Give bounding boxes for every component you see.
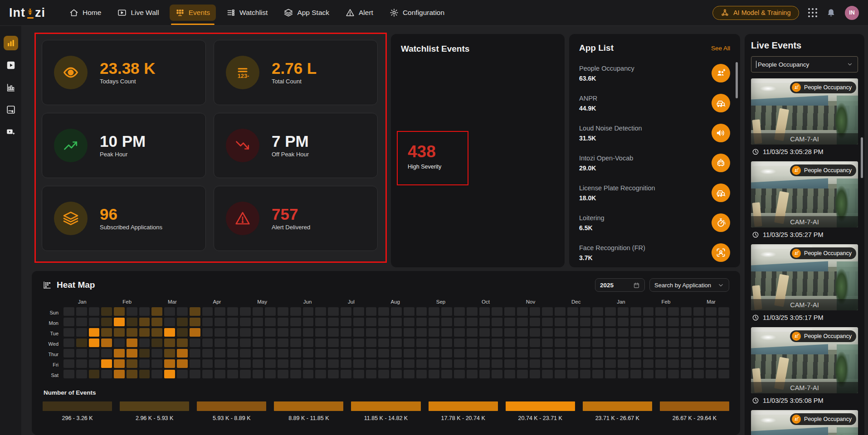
heat-map-cell[interactable] [429, 307, 439, 316]
heat-map-cell[interactable] [253, 349, 263, 358]
heat-map-cell[interactable] [580, 359, 591, 368]
heat-map-cell[interactable] [441, 307, 452, 316]
heat-map-cell[interactable] [643, 307, 654, 316]
sidebar-item-video-play[interactable] [4, 58, 18, 72]
heat-map-cell[interactable] [391, 318, 402, 326]
heat-map-cell[interactable] [643, 370, 654, 378]
heat-map-cell[interactable] [63, 370, 74, 378]
heat-map-cell[interactable] [215, 307, 225, 316]
live-event-item[interactable]: People OccupancyCAM-7-AI11/03/25 3:05:08… [751, 327, 858, 404]
heat-map-cell[interactable] [227, 318, 238, 326]
heat-map-cell[interactable] [76, 307, 87, 316]
heat-map-cell[interactable] [467, 338, 478, 347]
live-event-item[interactable]: People OccupancyCAM-7-AI11/03/25 3:05:27… [751, 161, 858, 238]
apps-grid-icon[interactable] [808, 8, 818, 18]
sidebar-item-map[interactable] [4, 102, 18, 117]
heat-map-cell[interactable] [341, 318, 351, 326]
heat-map-cell[interactable] [492, 328, 502, 337]
heat-map-cell[interactable] [366, 359, 377, 368]
heat-map-cell[interactable] [592, 338, 603, 347]
heat-map-cell[interactable] [366, 370, 377, 378]
heat-map-cell[interactable] [151, 349, 162, 358]
heat-map-cell[interactable] [378, 318, 389, 326]
heat-map-cell[interactable] [706, 349, 717, 358]
heat-map-cell[interactable] [89, 349, 100, 358]
app-list-item-loitering[interactable]: Loitering6.5K [579, 210, 730, 236]
heat-map-cell[interactable] [492, 318, 502, 326]
heat-map-cell[interactable] [706, 370, 717, 378]
nav-item-app-stack[interactable]: App Stack [278, 5, 335, 21]
heat-map-cell[interactable] [655, 318, 666, 326]
heat-map-cell[interactable] [101, 370, 112, 378]
heat-map-cell[interactable] [429, 370, 439, 378]
heat-map-cell[interactable] [693, 338, 704, 347]
application-filter-select[interactable]: Search by Application [649, 278, 729, 292]
heat-map-cell[interactable] [467, 349, 478, 358]
heat-map-cell[interactable] [63, 318, 74, 326]
heat-map-cell[interactable] [151, 318, 162, 326]
nav-item-live-wall[interactable]: Live Wall [112, 5, 165, 21]
app-list-item-people-occupancy[interactable]: People Occupancy63.6K [579, 60, 730, 86]
heat-map-cell[interactable] [492, 370, 502, 378]
heat-map-cell[interactable] [630, 307, 641, 316]
heat-map-cell[interactable] [404, 359, 414, 368]
heat-map-cell[interactable] [89, 318, 100, 326]
heat-map-cell[interactable] [479, 307, 490, 316]
heat-map-cell[interactable] [492, 349, 502, 358]
heat-map-cell[interactable] [542, 318, 553, 326]
heat-map-cell[interactable] [668, 349, 679, 358]
heat-map-cell[interactable] [718, 349, 729, 358]
heat-map-cell[interactable] [706, 328, 717, 337]
heat-map-cell[interactable] [542, 359, 553, 368]
heat-map-cell[interactable] [177, 359, 188, 368]
heat-map-cell[interactable] [366, 338, 377, 347]
heat-map-cell[interactable] [341, 328, 351, 337]
heat-map-cell[interactable] [265, 338, 276, 347]
heat-map-cell[interactable] [504, 359, 515, 368]
heat-map-cell[interactable] [127, 349, 137, 358]
cctv-thumbnail[interactable]: People OccupancyCAM-7-AI [751, 244, 858, 310]
heat-map-cell[interactable] [89, 338, 100, 347]
heat-map-cell[interactable] [605, 359, 616, 368]
heat-map-cell[interactable] [391, 370, 402, 378]
heat-map-cell[interactable] [404, 328, 414, 337]
heat-map-cell[interactable] [353, 307, 364, 316]
heat-map-cell[interactable] [177, 318, 188, 326]
heat-map-cell[interactable] [315, 338, 326, 347]
heat-map-cell[interactable] [681, 349, 692, 358]
heat-map-cell[interactable] [366, 307, 377, 316]
sidebar-item-video-ai[interactable] [4, 125, 18, 139]
heat-map-cell[interactable] [76, 370, 87, 378]
heat-map-cell[interactable] [114, 359, 125, 368]
nav-item-events[interactable]: Events [170, 5, 216, 21]
heat-map-cell[interactable] [101, 328, 112, 337]
heat-map-cell[interactable] [114, 307, 125, 316]
heat-map-cell[interactable] [416, 370, 427, 378]
heat-map-cell[interactable] [378, 328, 389, 337]
heat-map-cell[interactable] [89, 307, 100, 316]
heat-map-cell[interactable] [630, 328, 641, 337]
heat-map-cell[interactable] [190, 370, 200, 378]
heat-map-cell[interactable] [278, 338, 288, 347]
heat-map-cell[interactable] [517, 318, 528, 326]
heat-map-cell[interactable] [303, 328, 314, 337]
heat-map-cell[interactable] [63, 328, 74, 337]
heat-map-cell[interactable] [429, 318, 439, 326]
heat-map-cell[interactable] [555, 318, 566, 326]
heat-map-cell[interactable] [441, 359, 452, 368]
heat-map-cell[interactable] [202, 359, 213, 368]
heat-map-cell[interactable] [114, 338, 125, 347]
heat-map-cell[interactable] [265, 359, 276, 368]
heat-map-cell[interactable] [718, 318, 729, 326]
heat-map-cell[interactable] [441, 328, 452, 337]
heat-map-cell[interactable] [303, 359, 314, 368]
heat-map-cell[interactable] [618, 349, 629, 358]
heat-map-cell[interactable] [555, 338, 566, 347]
heat-map-cell[interactable] [479, 359, 490, 368]
heat-map-cell[interactable] [139, 338, 150, 347]
heat-map-cell[interactable] [454, 318, 465, 326]
heat-map-cell[interactable] [227, 328, 238, 337]
live-events-scrollbar[interactable] [861, 137, 863, 178]
heat-map-cell[interactable] [253, 318, 263, 326]
heat-map-cell[interactable] [429, 328, 439, 337]
